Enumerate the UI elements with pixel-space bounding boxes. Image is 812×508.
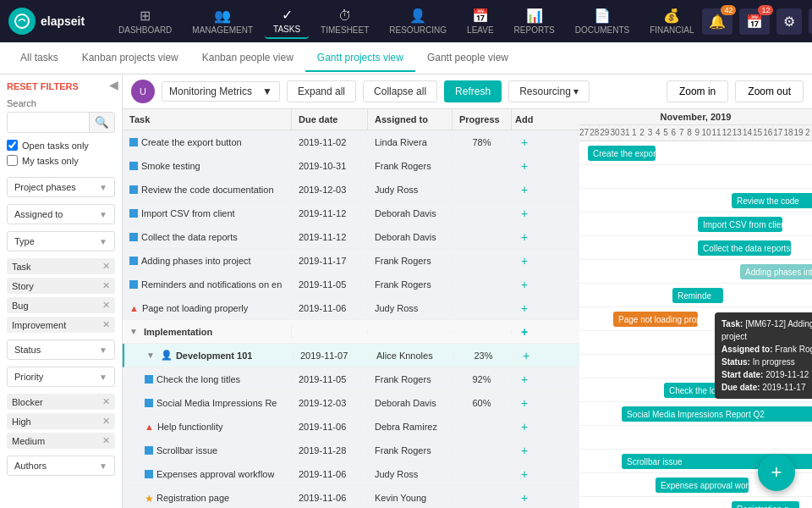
calendar-btn[interactable]: 📅 12 — [739, 8, 770, 35]
add-task-btn[interactable]: + — [512, 157, 537, 174]
add-task-btn[interactable]: + — [512, 252, 537, 269]
nav-tasks[interactable]: ✓ TASKS — [265, 3, 309, 39]
gantt-day-14: 14 — [743, 125, 753, 141]
gantt-bar[interactable]: Review the code — [732, 193, 812, 208]
remove-medium-tag[interactable]: ✕ — [102, 435, 110, 446]
add-task-btn[interactable]: + — [512, 489, 537, 506]
nav-management[interactable]: 👥 MANAGEMENT — [184, 4, 261, 38]
gantt-day-30: 30 — [610, 125, 620, 141]
open-tasks-checkbox[interactable] — [7, 140, 18, 151]
tab-kanban-projects[interactable]: Kanban projects view — [70, 45, 190, 72]
expand-all-btn[interactable]: Expand all — [287, 80, 356, 102]
type-filter[interactable]: Type ▼ — [7, 231, 115, 251]
gantt-row: Import CSV from client — [579, 213, 812, 236]
task-name[interactable]: Development 101 — [176, 351, 252, 361]
search-btn[interactable]: 🔍 — [89, 113, 114, 132]
remove-story-tag[interactable]: ✕ — [102, 280, 110, 291]
nav-timesheet[interactable]: ⏱ TIMESHEET — [312, 5, 377, 38]
nav-financial-label: FINANCIAL — [650, 25, 694, 35]
status-filter[interactable]: Status ▼ — [7, 340, 115, 360]
gantt-bar[interactable]: Development 101 — [715, 359, 791, 374]
fab-btn[interactable]: + — [758, 454, 795, 491]
nav-financial[interactable]: 💰 FINANCIAL — [641, 4, 702, 38]
zoom-out-btn[interactable]: Zoom out — [735, 80, 804, 102]
search-input[interactable] — [8, 114, 89, 131]
add-task-btn[interactable]: + — [512, 205, 537, 222]
add-task-btn[interactable]: + — [512, 229, 537, 246]
gantt-bar[interactable]: Check the long titles — [664, 383, 740, 398]
nav-leave[interactable]: 📅 LEAVE — [458, 4, 502, 38]
task-name: Import CSV from client — [141, 208, 235, 218]
gantt-bar[interactable]: Adding phases into project — [740, 264, 812, 279]
help-btn[interactable]: ? 1 — [809, 8, 812, 34]
sidebar-collapse-btn[interactable]: ◀ — [109, 78, 118, 91]
group-toggle[interactable]: ▼ — [129, 327, 138, 336]
add-task-btn[interactable]: + — [512, 442, 537, 459]
table-header: Task Due date Assigned to Progress Add — [123, 109, 579, 130]
nav-reports[interactable]: 📊 REPORTS — [506, 4, 563, 38]
cell-date: 2019-11-07 — [294, 349, 370, 362]
add-task-btn[interactable]: + — [512, 276, 537, 293]
tab-gantt-projects[interactable]: Gantt projects view — [305, 45, 415, 72]
table-row: Create the export button2019-11-02Linda … — [123, 130, 579, 154]
tab-kanban-people[interactable]: Kanban people view — [190, 45, 305, 72]
nav-documents[interactable]: 📄 DOCUMENTS — [567, 4, 638, 38]
add-task-btn[interactable]: + — [512, 300, 537, 317]
logo[interactable]: elapseit — [8, 8, 93, 35]
group-child-toggle[interactable]: ▼ — [146, 351, 155, 360]
table-row: Social Media Impressions Re2019-12-03Deb… — [123, 391, 579, 415]
gantt-bar[interactable]: Registration p — [732, 501, 799, 508]
view-selector[interactable]: Monitoring Metrics ▼ — [162, 81, 280, 102]
notifications-btn[interactable]: 🔔 42 — [702, 8, 732, 35]
priority-filter[interactable]: Priority ▼ — [7, 367, 115, 387]
settings-btn[interactable]: ⚙ — [776, 8, 802, 35]
gantt-bar[interactable]: Import CSV from client — [698, 217, 782, 232]
project-phases-filter[interactable]: Project phases ▼ — [7, 177, 115, 197]
add-task-btn[interactable]: + — [512, 134, 537, 151]
gantt-day-5: 5 — [662, 125, 670, 141]
add-task-btn[interactable]: + — [512, 395, 537, 411]
tab-gantt-people[interactable]: Gantt people view — [415, 45, 520, 72]
gantt-bar[interactable]: Create the export — [588, 146, 656, 161]
tab-all-tasks[interactable]: All tasks — [8, 45, 70, 72]
cell-task: Reminders and notifications on en — [123, 278, 292, 291]
add-task-btn[interactable]: + — [512, 466, 537, 483]
gantt-day-3: 3 — [646, 125, 654, 141]
remove-blocker-tag[interactable]: ✕ — [102, 396, 110, 407]
add-task-btn[interactable]: + — [513, 347, 539, 364]
person-icon: 👤 — [161, 350, 173, 361]
nav-resourcing[interactable]: 👤 RESOURCING — [381, 4, 455, 38]
remove-task-tag[interactable]: ✕ — [102, 261, 110, 272]
add-task-btn[interactable]: + — [512, 418, 537, 435]
collapse-all-btn[interactable]: Collapse all — [363, 80, 437, 102]
remove-improvement-tag[interactable]: ✕ — [102, 319, 110, 330]
assigned-to-filter[interactable]: Assigned to ▼ — [7, 204, 115, 224]
my-tasks-filter[interactable]: My tasks only — [7, 155, 115, 166]
gantt-bar[interactable]: Reminde — [672, 288, 723, 303]
gantt-row: Page not loading properly — [579, 307, 812, 331]
table-row: Smoke testing2019-10-31Frank Rogers+ — [123, 154, 579, 178]
gantt-bar[interactable]: Collect the data reports — [698, 240, 791, 256]
add-task-btn[interactable]: + — [512, 323, 537, 340]
gantt-bar[interactable]: Page not loading properly — [613, 312, 698, 327]
toolbar: U Monitoring Metrics ▼ Expand all Collap… — [123, 75, 812, 109]
task-name: Help functionlity — [157, 422, 223, 432]
nav-dashboard[interactable]: ⊞ DASHBOARD — [110, 4, 180, 38]
open-tasks-filter[interactable]: Open tasks only — [7, 140, 115, 151]
remove-high-tag[interactable]: ✕ — [102, 416, 110, 427]
task-name[interactable]: Implementation — [144, 327, 212, 337]
my-tasks-checkbox[interactable] — [7, 155, 18, 166]
zoom-in-btn[interactable]: Zoom in — [667, 80, 728, 102]
timesheet-icon: ⏱ — [338, 8, 352, 24]
gantt-row: Registration p — [579, 497, 812, 508]
reset-filters-btn[interactable]: RESET FILTERS — [7, 81, 115, 91]
resourcing-btn[interactable]: Resourcing ▾ — [508, 80, 590, 102]
gantt-container: Task Due date Assigned to Progress Add C… — [123, 109, 812, 508]
gantt-bar[interactable]: Expenses approval workflow — [656, 478, 749, 493]
add-task-btn[interactable]: + — [512, 371, 537, 388]
add-task-btn[interactable]: + — [512, 181, 537, 198]
refresh-btn[interactable]: Refresh — [444, 80, 502, 102]
remove-bug-tag[interactable]: ✕ — [102, 300, 110, 311]
authors-filter[interactable]: Authors ▼ — [7, 456, 115, 476]
gantt-bar[interactable]: Social Media Impressions Report Q2 — [622, 406, 812, 422]
